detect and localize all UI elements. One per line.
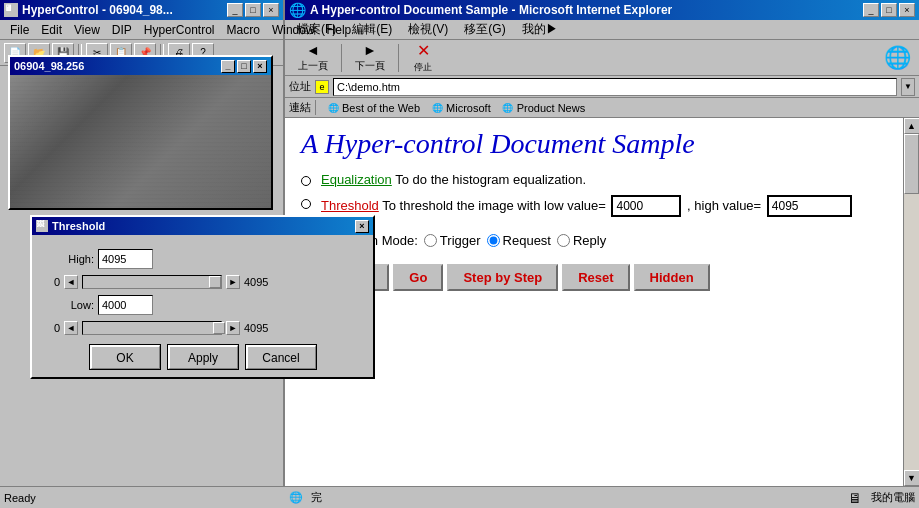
ie-status-text: 完 — [311, 490, 835, 505]
high-slider-thumb[interactable] — [209, 276, 221, 288]
request-radio-label[interactable]: Request — [487, 233, 551, 248]
threshold-link[interactable]: Threshold — [321, 198, 379, 213]
ie-titlebar: 🌐 A Hyper-control Document Sample - Micr… — [285, 0, 919, 20]
reply-radio[interactable] — [557, 234, 570, 247]
high-row: High: — [44, 249, 361, 269]
image-close[interactable]: × — [253, 60, 267, 73]
app-icon: 🖥 — [4, 3, 18, 17]
best-of-web-label: Best of the Web — [342, 102, 420, 114]
menu-edit[interactable]: Edit — [35, 22, 68, 38]
cancel-button[interactable]: Cancel — [246, 345, 316, 369]
threshold-close-button[interactable]: × — [355, 220, 369, 233]
low-value-browser-input[interactable] — [611, 195, 681, 217]
ie-minimize-button[interactable]: _ — [863, 3, 879, 17]
minimize-button[interactable]: _ — [227, 3, 243, 17]
reply-label: Reply — [573, 233, 606, 248]
low-slider-thumb[interactable] — [213, 322, 225, 334]
high-slider-track[interactable] — [82, 275, 222, 289]
ie-back-button[interactable]: ◄ 上一頁 — [289, 43, 337, 73]
list-item-threshold: Threshold To threshold the image with lo… — [301, 195, 887, 254]
trigger-radio[interactable] — [424, 234, 437, 247]
reset-button[interactable]: Reset — [562, 264, 629, 291]
menu-hypercontrol[interactable]: HyperControl — [138, 22, 221, 38]
toolbar-separator2 — [398, 44, 399, 72]
ie-links-bar: 連結 🌐 Best of the Web 🌐 Microsoft 🌐 Produ… — [285, 98, 919, 118]
step-by-step-button[interactable]: Step by Step — [447, 264, 558, 291]
ie-logo-icon: 🌐 — [884, 45, 911, 71]
low-slider-max: 4095 — [244, 322, 280, 334]
close-button[interactable]: × — [263, 3, 279, 17]
image-area — [10, 75, 271, 208]
ie-scrollbar: ▲ ▼ — [903, 118, 919, 486]
image-content — [10, 75, 271, 208]
high-label: High: — [44, 253, 94, 265]
trigger-radio-label[interactable]: Trigger — [424, 233, 481, 248]
page-title: A Hyper-control Document Sample — [301, 128, 887, 160]
hidden-button[interactable]: Hidden — [634, 264, 710, 291]
status-bar: Ready — [0, 486, 285, 508]
links-product-news[interactable]: 🌐 Product News — [497, 100, 589, 116]
hypercontrol-titlebar: 🖥 HyperControl - 06904_98... _ □ × — [0, 0, 283, 20]
ie-stop-button[interactable]: ✕ 停止 — [403, 43, 443, 73]
hypercontrol-window: 🖥 HyperControl - 06904_98... _ □ × File … — [0, 0, 285, 508]
threshold-title: Threshold — [52, 220, 105, 232]
high-value-browser-input[interactable] — [767, 195, 852, 217]
menu-window[interactable]: Window — [266, 22, 321, 38]
menu-file[interactable]: File — [4, 22, 35, 38]
ie-menu-go[interactable]: 移至(G) — [456, 20, 513, 39]
equalization-text: Equalization To do the histogram equaliz… — [321, 172, 586, 187]
stop-icon: ✕ — [417, 41, 430, 60]
reply-radio-label[interactable]: Reply — [557, 233, 606, 248]
scroll-track[interactable] — [904, 134, 919, 470]
threshold-icon: 🖼 — [36, 220, 48, 232]
low-slider-left[interactable]: ◄ — [64, 321, 78, 335]
links-best-of-web[interactable]: 🌐 Best of the Web — [322, 100, 424, 116]
ie-forward-button[interactable]: ► 下一頁 — [346, 43, 394, 73]
low-row: Low: — [44, 295, 361, 315]
ie-status-right: 🖥 我的電腦 — [843, 490, 915, 506]
ie-menu-favorites[interactable]: 我的▶ — [514, 20, 566, 39]
product-news-icon: 🌐 — [501, 101, 515, 115]
image-titlebar: 06904_98.256 _ □ × — [10, 57, 271, 75]
microsoft-icon: 🌐 — [430, 101, 444, 115]
address-input[interactable] — [333, 78, 897, 96]
scroll-up-button[interactable]: ▲ — [904, 118, 920, 134]
address-dropdown[interactable]: ▼ — [901, 78, 915, 96]
links-label: 連結 — [289, 100, 316, 115]
apply-button[interactable]: Apply — [168, 345, 238, 369]
scroll-thumb[interactable] — [904, 134, 919, 194]
ok-button[interactable]: OK — [90, 345, 160, 369]
request-radio[interactable] — [487, 234, 500, 247]
action-buttons: AutoPlay Go Step by Step Reset Hidden — [301, 264, 887, 291]
address-icon: e — [315, 80, 329, 94]
scroll-down-button[interactable]: ▼ — [904, 470, 920, 486]
image-maximize[interactable]: □ — [237, 60, 251, 73]
browser-content: A Hyper-control Document Sample Equaliza… — [285, 118, 903, 486]
go-button[interactable]: Go — [393, 264, 443, 291]
maximize-button[interactable]: □ — [245, 3, 261, 17]
menu-view[interactable]: View — [68, 22, 106, 38]
image-minimize[interactable]: _ — [221, 60, 235, 73]
low-slider-track[interactable] — [82, 321, 222, 335]
ie-close-button[interactable]: × — [899, 3, 915, 17]
high-slider-row: 0 ◄ ► 4095 — [44, 275, 361, 289]
menu-dip[interactable]: DIP — [106, 22, 138, 38]
ie-title: A Hyper-control Document Sample - Micros… — [310, 3, 672, 17]
ie-maximize-button[interactable]: □ — [881, 3, 897, 17]
links-microsoft[interactable]: 🌐 Microsoft — [426, 100, 495, 116]
ie-address-bar: 位址 e ▼ — [285, 76, 919, 98]
equalization-link[interactable]: Equalization — [321, 172, 392, 187]
high-value-input[interactable] — [98, 249, 153, 269]
high-slider-right[interactable]: ► — [226, 275, 240, 289]
ie-icon: 🌐 — [289, 2, 306, 18]
high-slider-left[interactable]: ◄ — [64, 275, 78, 289]
low-value-input[interactable] — [98, 295, 153, 315]
menu-bar: File Edit View DIP HyperControl Macro Wi… — [0, 20, 283, 40]
forward-arrow-icon: ► — [363, 42, 377, 58]
high-slider-max: 4095 — [244, 276, 280, 288]
menu-help[interactable]: Help — [321, 22, 358, 38]
low-slider-right[interactable]: ► — [226, 321, 240, 335]
menu-macro[interactable]: Macro — [221, 22, 266, 38]
ie-menu-view[interactable]: 檢視(V) — [400, 20, 456, 39]
threshold-titlebar: 🖼 Threshold × — [32, 217, 373, 235]
